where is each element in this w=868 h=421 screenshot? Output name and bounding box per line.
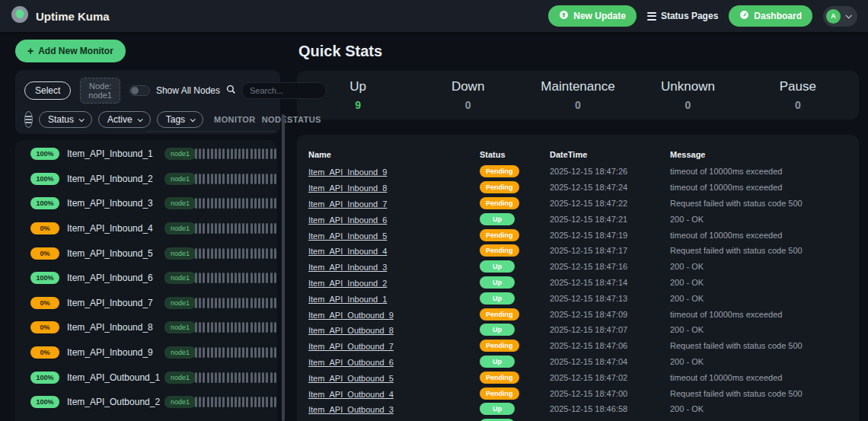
monitor-name: Item_API_Inbound_7: [67, 298, 153, 308]
monitor-name: Item_API_Inbound_4: [67, 223, 153, 234]
node-filter-button[interactable]: Node: node1: [80, 78, 120, 104]
show-all-nodes-label: Show All Nodes: [156, 85, 220, 96]
heartbeat-bar: [195, 298, 197, 308]
heartbeat-bars[interactable]: [195, 322, 277, 333]
heartbeat-bar: [238, 248, 241, 259]
brand[interactable]: Uptime Kuma: [11, 5, 110, 27]
heartbeat-bar: [211, 322, 213, 333]
arrow-up-circle-icon: [559, 10, 569, 22]
heartbeat-bar: [258, 372, 260, 383]
heartbeat-bars[interactable]: [195, 273, 277, 283]
heartbeat-bar: [211, 397, 213, 407]
heartbeat-bar: [215, 198, 217, 209]
sidebar-scrollbar[interactable]: [282, 114, 285, 421]
monitor-link[interactable]: Item_API_Inbound_7: [308, 199, 387, 209]
tags-filter-dropdown[interactable]: Tags: [157, 111, 203, 128]
heartbeat-bar: [227, 248, 229, 259]
heartbeat-bar: [207, 198, 209, 209]
heartbeat-bar: [199, 322, 201, 333]
monitor-link[interactable]: Item_API_Outbound_6: [308, 358, 394, 367]
monitor-link[interactable]: Item_API_Outbound_4: [308, 390, 394, 399]
heartbeat-bar: [270, 273, 273, 283]
heartbeat-bars[interactable]: [195, 248, 277, 259]
heartbeat-bar: [227, 148, 229, 159]
heartbeat-bar: [258, 223, 260, 234]
heartbeat-bar: [211, 372, 213, 383]
tab-monitor[interactable]: MONITOR: [214, 115, 256, 124]
show-all-nodes-toggle[interactable]: [129, 85, 150, 96]
heartbeat-bar: [251, 322, 253, 333]
monitor-link[interactable]: Item_API_Outbound_9: [308, 311, 394, 320]
monitor-row[interactable]: 100% Item_API_Inbound_6 node1: [15, 266, 277, 291]
message-cell: Request failed with status code 500: [670, 246, 847, 255]
heartbeat-bar: [274, 148, 276, 159]
heartbeat-bar: [238, 174, 241, 184]
message-cell: 200 - OK: [670, 294, 847, 303]
monitor-row[interactable]: 100% Item_API_Inbound_2 node1: [15, 167, 277, 192]
tab-nodestatus[interactable]: NODESTATUS: [262, 115, 321, 124]
heartbeat-bar: [207, 148, 209, 159]
add-monitor-button[interactable]: + Add New Monitor: [15, 40, 126, 62]
monitor-link[interactable]: Item_API_Inbound_3: [308, 263, 387, 272]
datetime-cell: 2025-12-15 18:47:16: [550, 262, 670, 271]
monitor-link[interactable]: Item_API_Outbound_8: [308, 326, 394, 335]
monitor-row[interactable]: 100% Item_API_Outbound_1 node1: [15, 365, 277, 390]
heartbeat-bars[interactable]: [195, 148, 277, 159]
monitor-link[interactable]: Item_API_Outbound_7: [308, 342, 394, 351]
heartbeat-bar: [203, 223, 205, 234]
monitor-row[interactable]: 0% Item_API_Inbound_5 node1: [15, 241, 277, 266]
monitor-row[interactable]: 100% Item_API_Outbound_3 node1: [15, 415, 277, 421]
active-filter-dropdown[interactable]: Active: [98, 111, 151, 128]
heartbeat-bar: [266, 198, 268, 209]
new-update-button[interactable]: New Update: [548, 5, 637, 27]
monitor-link[interactable]: Item_API_Inbound_2: [308, 279, 387, 288]
table-header-cell: Message: [670, 150, 847, 159]
status-badge: Up: [480, 292, 515, 305]
node-tag: node1: [164, 222, 196, 234]
monitor-row[interactable]: 100% Item_API_Outbound_2 node1: [15, 390, 277, 415]
monitor-link[interactable]: Item_API_Inbound_1: [308, 295, 387, 304]
heartbeat-bar: [199, 148, 201, 159]
heartbeat-bar: [258, 174, 260, 184]
heartbeat-bar: [219, 174, 221, 184]
stat-item: Down 0: [413, 79, 522, 111]
heartbeat-bar: [238, 372, 241, 383]
message-cell: timeout of 10000ms exceeded: [670, 183, 847, 192]
heartbeat-bars[interactable]: [195, 347, 277, 358]
heartbeat-bars[interactable]: [195, 174, 277, 184]
status-badge: Pending: [480, 372, 519, 384]
monitor-link[interactable]: Item_API_Inbound_4: [308, 247, 387, 256]
filter-menu-button[interactable]: [24, 111, 33, 128]
monitor-row[interactable]: 100% Item_API_Inbound_1 node1: [15, 142, 277, 167]
heartbeat-bars[interactable]: [195, 372, 277, 383]
heartbeat-bar: [262, 322, 264, 333]
heartbeat-bar: [207, 298, 209, 308]
user-menu[interactable]: A: [823, 6, 857, 27]
status-pages-button[interactable]: Status Pages: [647, 11, 718, 21]
heartbeat-bars[interactable]: [195, 198, 277, 209]
dashboard-button[interactable]: Dashboard: [729, 5, 812, 27]
heartbeat-bars[interactable]: [195, 223, 277, 234]
heartbeat-bars[interactable]: [195, 298, 277, 308]
select-button[interactable]: Select: [24, 81, 71, 100]
heartbeat-bar: [219, 198, 221, 209]
monitor-row[interactable]: 0% Item_API_Inbound_4 node1: [15, 216, 277, 241]
datetime-cell: 2025-12-15 18:47:21: [550, 215, 670, 224]
monitor-link[interactable]: Item_API_Inbound_9: [308, 167, 387, 177]
monitor-link[interactable]: Item_API_Outbound_3: [308, 405, 394, 414]
monitor-link[interactable]: Item_API_Outbound_5: [308, 374, 394, 383]
monitor-row[interactable]: 0% Item_API_Inbound_9 node1: [15, 340, 277, 365]
monitor-link[interactable]: Item_API_Inbound_5: [308, 231, 387, 241]
message-cell: 200 - OK: [670, 325, 847, 334]
monitor-link[interactable]: Item_API_Inbound_8: [308, 183, 387, 193]
monitor-row[interactable]: 0% Item_API_Inbound_7 node1: [15, 291, 277, 316]
heartbeat-bar: [231, 198, 233, 209]
monitor-name: Item_API_Inbound_9: [67, 347, 153, 358]
search-input[interactable]: [241, 82, 327, 99]
monitor-link[interactable]: Item_API_Inbound_6: [308, 215, 387, 225]
heartbeat-bar: [195, 347, 197, 358]
monitor-row[interactable]: 0% Item_API_Inbound_8 node1: [15, 315, 277, 340]
heartbeat-bars[interactable]: [195, 397, 277, 407]
monitor-row[interactable]: 100% Item_API_Inbound_3 node1: [15, 191, 277, 216]
status-filter-dropdown[interactable]: Status: [39, 111, 92, 128]
